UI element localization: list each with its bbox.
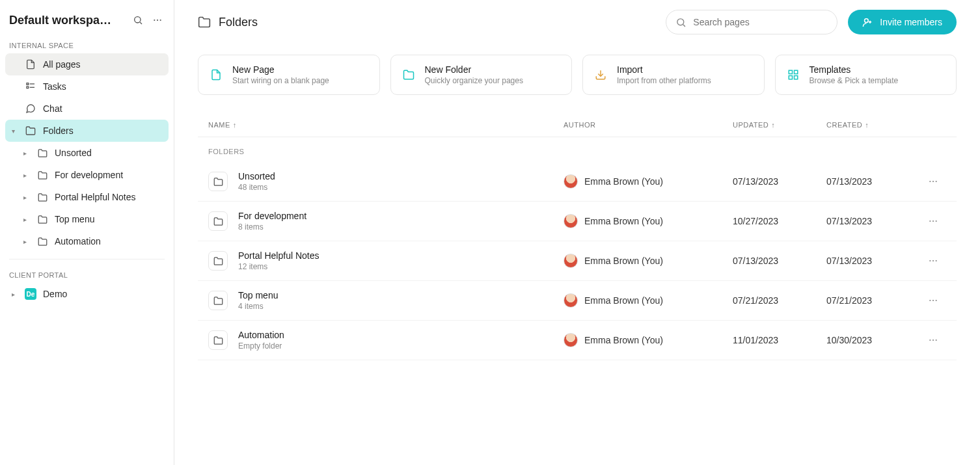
svg-point-20: [932, 181, 934, 182]
row-title: For development: [238, 211, 564, 221]
svg-point-25: [929, 260, 931, 261]
avatar: [564, 293, 578, 308]
column-header-author[interactable]: AUTHOR: [564, 121, 733, 129]
more-icon[interactable]: [150, 13, 165, 27]
sidebar-item-chat[interactable]: Chat: [5, 98, 169, 120]
invite-button-label: Invite members: [880, 17, 942, 27]
table-row[interactable]: Automation Empty folder Emma Brown (You)…: [198, 321, 957, 360]
chevron-right-icon[interactable]: ▸: [23, 172, 30, 179]
sidebar-item-label: Demo: [43, 289, 67, 299]
row-meta: 8 items: [238, 222, 564, 232]
row-updated: 11/01/2023: [733, 335, 826, 345]
row-more-button[interactable]: [920, 256, 946, 266]
card-templates[interactable]: Templates Browse & Pick a template: [775, 55, 957, 95]
row-meta: 48 items: [238, 183, 564, 192]
sidebar-item-folders[interactable]: ▾ Folders: [5, 120, 169, 142]
download-icon: [593, 68, 608, 82]
divider: [9, 259, 165, 259]
column-header-updated[interactable]: UPDATED ↑: [733, 121, 826, 129]
row-author: Emma Brown (You): [564, 333, 733, 347]
svg-point-11: [865, 18, 869, 22]
chevron-right-icon[interactable]: ▸: [23, 194, 30, 201]
sort-asc-icon: ↑: [865, 121, 869, 129]
sidebar-item-tasks[interactable]: Tasks: [5, 75, 169, 98]
svg-point-0: [135, 17, 141, 23]
card-title: New Folder: [425, 64, 523, 75]
svg-point-21: [936, 181, 937, 182]
column-header-created[interactable]: CREATED ↑: [826, 121, 920, 129]
search-icon: [675, 17, 687, 28]
column-header-name[interactable]: NAME ↑: [208, 121, 564, 129]
svg-point-28: [929, 300, 931, 301]
svg-point-3: [157, 20, 158, 21]
row-more-button[interactable]: [920, 295, 946, 306]
sidebar-folder-portal-helpful-notes[interactable]: ▸ Portal Helpful Notes: [17, 186, 169, 208]
row-created: 07/13/2023: [826, 256, 920, 266]
svg-point-23: [932, 220, 934, 222]
svg-point-24: [936, 220, 937, 222]
sidebar-item-label: For development: [55, 170, 123, 180]
folder-icon: [198, 16, 211, 29]
card-title: New Page: [232, 64, 329, 75]
folder-icon: [36, 169, 48, 181]
row-title: Top menu: [238, 290, 564, 300]
row-more-button[interactable]: [920, 176, 946, 187]
row-updated: 07/21/2023: [733, 295, 826, 306]
avatar: [564, 174, 578, 189]
row-more-button[interactable]: [920, 335, 946, 345]
table-row[interactable]: For development 8 items Emma Brown (You)…: [198, 202, 957, 241]
svg-rect-18: [789, 76, 792, 79]
invite-members-button[interactable]: Invite members: [848, 10, 957, 34]
card-new-folder[interactable]: New Folder Quickly organize your pages: [390, 55, 573, 95]
sidebar-folder-automation[interactable]: ▸ Automation: [17, 230, 169, 252]
chevron-right-icon[interactable]: ▸: [23, 150, 30, 157]
svg-rect-5: [27, 83, 29, 85]
svg-point-2: [154, 20, 155, 21]
chevron-right-icon[interactable]: ▸: [23, 238, 30, 245]
sidebar-item-label: All pages: [43, 59, 81, 70]
svg-point-30: [936, 300, 937, 301]
search-input-wrapper[interactable]: [666, 10, 837, 34]
svg-point-33: [936, 339, 937, 341]
table-row[interactable]: Portal Helpful Notes 12 items Emma Brown…: [198, 241, 957, 281]
svg-point-31: [929, 339, 931, 341]
search-icon[interactable]: [131, 13, 145, 27]
avatar: [564, 254, 578, 268]
folder-icon: [36, 235, 48, 247]
chevron-right-icon[interactable]: ▸: [23, 216, 30, 223]
card-new-page[interactable]: New Page Start wiring on a blank page: [198, 55, 380, 95]
sidebar: Default workspa… INTERNAL SPACE All page…: [0, 0, 174, 465]
table-row[interactable]: Unsorted 48 items Emma Brown (You) 07/13…: [198, 162, 957, 202]
action-cards: New Page Start wiring on a blank page Ne…: [198, 55, 957, 95]
sidebar-item-label: Automation: [55, 236, 101, 246]
row-created: 10/30/2023: [826, 335, 920, 345]
folder-icon: [208, 330, 228, 350]
folder-icon: [208, 251, 228, 271]
sidebar-folder-unsorted[interactable]: ▸ Unsorted: [17, 142, 169, 164]
table-row[interactable]: Top menu 4 items Emma Brown (You) 07/21/…: [198, 281, 957, 321]
sidebar-item-all-pages[interactable]: All pages: [5, 53, 169, 75]
svg-point-4: [160, 20, 161, 21]
chevron-down-icon[interactable]: ▾: [12, 127, 18, 135]
folder-icon: [25, 125, 36, 137]
topbar: Folders Invite members: [174, 0, 980, 44]
svg-rect-16: [794, 70, 797, 73]
sidebar-folder-top-menu[interactable]: ▸ Top menu: [17, 208, 169, 230]
row-title: Unsorted: [238, 171, 564, 181]
sidebar-item-demo[interactable]: ▸ De Demo: [5, 283, 169, 305]
card-subtitle: Quickly organize your pages: [425, 76, 523, 85]
card-subtitle: Browse & Pick a template: [810, 76, 899, 85]
sidebar-folder-for-development[interactable]: ▸ For development: [17, 164, 169, 186]
folder-icon: [402, 68, 416, 82]
row-updated: 07/13/2023: [733, 176, 826, 187]
chevron-right-icon[interactable]: ▸: [12, 291, 18, 298]
card-import[interactable]: Import Import from other platforms: [582, 55, 765, 95]
svg-rect-6: [27, 86, 29, 88]
svg-line-10: [683, 24, 685, 26]
search-input[interactable]: [693, 17, 828, 27]
workspace-title[interactable]: Default workspa…: [9, 14, 126, 27]
page-title: Folders: [219, 16, 258, 29]
folder-icon: [208, 291, 228, 310]
row-updated: 07/13/2023: [733, 256, 826, 266]
row-more-button[interactable]: [920, 216, 946, 226]
